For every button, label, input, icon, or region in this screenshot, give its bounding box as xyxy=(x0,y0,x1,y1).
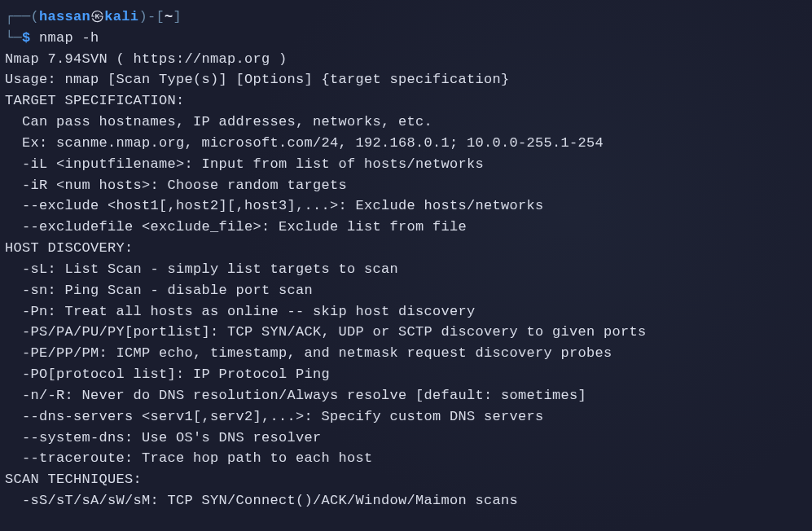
output-line: Usage: nmap [Scan Type(s)] [Options] {ta… xyxy=(5,72,510,87)
output-line: -PO[protocol list]: IP Protocol Ping xyxy=(5,366,330,382)
paren-close: ) xyxy=(138,9,147,24)
brack-close: ] xyxy=(173,9,182,24)
box-corner: ┌── xyxy=(5,9,31,24)
paren-open: ( xyxy=(31,9,40,24)
command-input[interactable]: nmap -h xyxy=(39,30,99,46)
output-line: -Pn: Treat all hosts as online -- skip h… xyxy=(5,304,476,319)
output-line: --traceroute: Trace hop path to each hos… xyxy=(5,450,373,466)
output-line: -PE/PP/PM: ICMP echo, timestamp, and net… xyxy=(5,345,612,361)
output-line: -PS/PA/PU/PY[portlist]: TCP SYN/ACK, UDP… xyxy=(5,324,647,340)
prompt-line-1: ┌──(hassan㉿kali)-[~] xyxy=(5,9,182,24)
prompt-dollar: $ xyxy=(22,30,31,46)
output-line: -sL: List Scan - simply list targets to … xyxy=(5,261,398,277)
output-line: -iR <num hosts>: Choose random targets xyxy=(5,178,347,193)
output-line: Can pass hostnames, IP addresses, networ… xyxy=(5,114,432,129)
output-line: -iL <inputfilename>: Input from list of … xyxy=(5,156,484,172)
prompt-line-2: └─$ nmap -h xyxy=(5,30,99,46)
prompt-host: kali xyxy=(104,9,138,24)
output-line: Ex: scanme.nmap.org, microsoft.com/24, 1… xyxy=(5,135,604,151)
output-line: Nmap 7.94SVN ( https://nmap.org ) xyxy=(5,51,287,67)
box-corner-bottom: └─ xyxy=(5,30,22,46)
output-line: --system-dns: Use OS's DNS resolver xyxy=(5,430,322,445)
dash: - xyxy=(147,9,156,24)
prompt-user: hassan xyxy=(39,9,90,24)
output-line: -sn: Ping Scan - disable port scan xyxy=(5,283,313,298)
output-line: SCAN TECHNIQUES: xyxy=(5,472,142,487)
output-line: HOST DISCOVERY: xyxy=(5,240,134,256)
prompt-path: ~ xyxy=(165,9,173,24)
output-line: -n/-R: Never do DNS resolution/Always re… xyxy=(5,388,586,403)
output-line: --exclude <host1[,host2][,host3],...>: E… xyxy=(5,198,544,213)
terminal[interactable]: ┌──(hassan㉿kali)-[~] └─$ nmap -h Nmap 7.… xyxy=(5,7,807,511)
output-line: --excludefile <exclude_file>: Exclude li… xyxy=(5,219,467,235)
skull-icon: ㉿ xyxy=(90,9,104,24)
output-line: --dns-servers <serv1[,serv2],...>: Speci… xyxy=(5,409,544,424)
output-line: -sS/sT/sA/sW/sM: TCP SYN/Connect()/ACK/W… xyxy=(5,493,518,508)
brack-open: [ xyxy=(156,9,165,24)
output-line: TARGET SPECIFICATION: xyxy=(5,93,185,108)
